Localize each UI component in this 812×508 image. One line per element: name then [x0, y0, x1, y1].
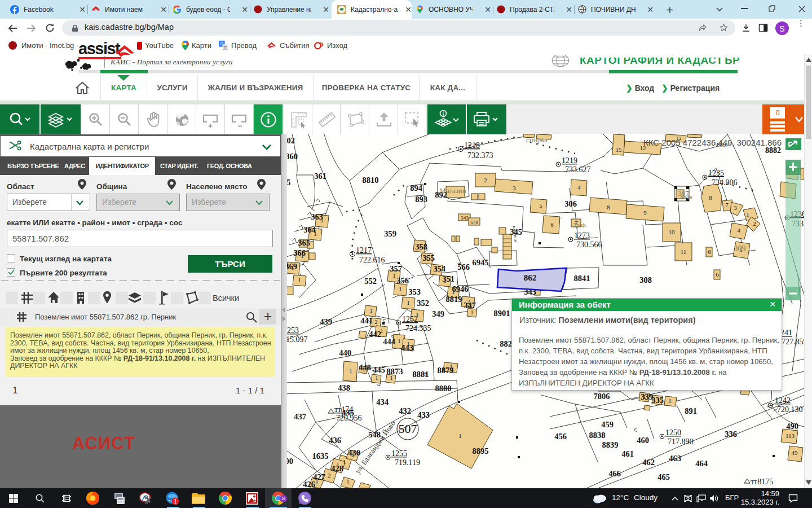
svg-text:463: 463: [669, 454, 681, 463]
svg-text:15: 15: [616, 146, 623, 153]
svg-text:460: 460: [637, 436, 649, 445]
svg-text:Магазин: Магазин: [439, 186, 466, 195]
svg-text:359: 359: [384, 229, 396, 238]
svg-text:730.566: 730.566: [576, 240, 602, 249]
svg-text:8839: 8839: [602, 440, 619, 449]
svg-text:1: 1: [174, 498, 177, 505]
svg-text:4: 4: [737, 227, 740, 234]
svg-text:356: 356: [396, 276, 409, 285]
svg-text:спирка: спирка: [526, 135, 548, 144]
svg-text:426: 426: [303, 480, 315, 488]
svg-text:1: 1: [375, 374, 378, 381]
svg-text:353: 353: [408, 287, 421, 296]
svg-text:336: 336: [725, 430, 737, 439]
svg-text:343: 343: [461, 215, 469, 221]
svg-text:727.859: 727.859: [782, 338, 804, 346]
svg-text:2: 2: [374, 318, 378, 325]
svg-text:724.335: 724.335: [405, 324, 431, 332]
svg-text:7806: 7806: [594, 392, 610, 401]
svg-text:1235: 1235: [708, 169, 724, 177]
svg-text:1: 1: [369, 307, 373, 314]
svg-text:1635: 1635: [312, 452, 329, 461]
svg-text:893: 893: [415, 195, 427, 204]
svg-text:1: 1: [320, 217, 324, 224]
svg-text:1: 1: [380, 327, 383, 334]
svg-text:241: 241: [780, 329, 792, 337]
svg-text:436: 436: [329, 436, 341, 445]
svg-text:11: 11: [681, 248, 687, 255]
svg-text:1: 1: [362, 366, 365, 373]
svg-text:442: 442: [369, 330, 381, 339]
svg-text:432: 432: [399, 406, 411, 415]
svg-text:2: 2: [753, 220, 756, 227]
svg-text:566: 566: [457, 262, 470, 271]
svg-text:355: 355: [422, 253, 435, 262]
svg-text:1: 1: [452, 288, 455, 295]
svg-text:445: 445: [373, 365, 385, 374]
svg-text:1217: 1217: [356, 246, 372, 255]
svg-text:6945: 6945: [473, 258, 489, 267]
svg-text:439: 439: [320, 317, 332, 326]
svg-text:1: 1: [343, 458, 346, 465]
svg-text:444: 444: [383, 337, 395, 346]
svg-text:440: 440: [339, 348, 351, 357]
svg-text:1: 1: [390, 374, 393, 381]
svg-text:733.627: 733.627: [565, 165, 591, 174]
svg-text:438: 438: [338, 383, 350, 392]
svg-text:2: 2: [467, 298, 470, 305]
svg-text:433: 433: [417, 410, 430, 419]
svg-text:461: 461: [621, 449, 634, 458]
svg-text:441: 441: [360, 316, 373, 325]
svg-text:1: 1: [449, 363, 453, 370]
svg-text:113: 113: [785, 432, 795, 439]
svg-text:490: 490: [786, 422, 798, 431]
svg-text:1: 1: [291, 264, 294, 271]
svg-text:Кафе: Кафе: [680, 194, 692, 200]
svg-text:306: 306: [564, 199, 577, 208]
svg-text:8882: 8882: [765, 146, 781, 155]
svg-text:8: 8: [709, 194, 712, 201]
svg-text:361: 361: [314, 172, 326, 181]
svg-text:1: 1: [315, 479, 319, 485]
svg-text:1: 1: [346, 479, 350, 485]
svg-text:309: 309: [734, 244, 746, 253]
svg-text:1: 1: [407, 340, 410, 347]
svg-text:тт8175: тт8175: [751, 478, 773, 486]
svg-text:8873: 8873: [387, 367, 403, 376]
svg-text:1218: 1218: [464, 141, 480, 150]
svg-text:465: 465: [657, 472, 670, 481]
svg-text:1: 1: [399, 286, 402, 292]
svg-text:862: 862: [524, 273, 537, 282]
svg-text:3: 3: [513, 185, 516, 191]
svg-text:1219: 1219: [562, 156, 577, 165]
svg-text:1: 1: [298, 277, 301, 283]
svg-text:1273: 1273: [574, 231, 590, 240]
svg-text:352: 352: [417, 299, 429, 308]
svg-text:8819: 8819: [446, 295, 462, 304]
svg-text:734.906: 734.906: [712, 178, 738, 187]
svg-text:8841: 8841: [574, 274, 590, 283]
svg-text:Траф.: Траф.: [573, 222, 587, 228]
svg-text:1: 1: [314, 230, 317, 237]
svg-text:1: 1: [470, 309, 474, 316]
svg-text:1: 1: [407, 299, 410, 306]
svg-text:466: 466: [608, 469, 621, 478]
svg-text:360: 360: [285, 152, 298, 161]
svg-text:1: 1: [668, 397, 672, 404]
svg-text:8: 8: [607, 204, 610, 211]
svg-text:435: 435: [342, 408, 354, 417]
svg-text:365: 365: [298, 238, 310, 247]
svg-text:357: 357: [390, 264, 402, 273]
svg-text:1: 1: [416, 312, 419, 318]
svg-text:349: 349: [432, 309, 444, 318]
svg-text:882: 882: [500, 339, 512, 348]
svg-text:ККС 2005 4722436.449, 300241.8: ККС 2005 4722436.449, 300241.866: [643, 138, 782, 147]
svg-text:8901: 8901: [494, 309, 510, 318]
svg-text:552: 552: [364, 277, 377, 286]
svg-text:1: 1: [458, 432, 462, 439]
svg-text:1: 1: [435, 266, 438, 273]
svg-text:5: 5: [539, 202, 542, 209]
svg-text:894: 894: [410, 183, 422, 192]
svg-text:722.616: 722.616: [359, 256, 385, 264]
svg-text:6: 6: [708, 248, 711, 255]
